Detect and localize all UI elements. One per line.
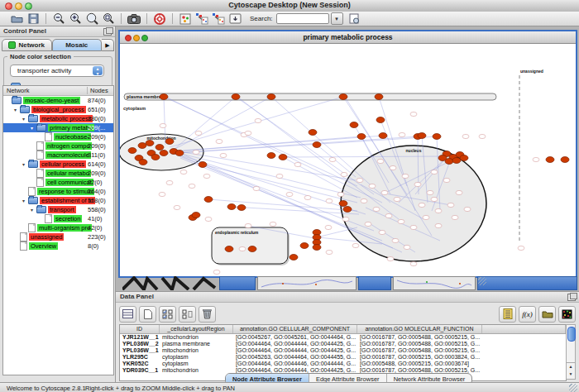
node-unselected[interactable] — [220, 153, 227, 157]
node-unselected[interactable] — [404, 245, 410, 249]
table-cell[interactable]: mitochondrion — [160, 367, 233, 374]
node-unselected[interactable] — [245, 223, 251, 227]
search-dropdown-button[interactable]: ▼ — [331, 12, 343, 25]
table-cell[interactable]: YDR039C__1 — [120, 367, 160, 374]
table-cell[interactable]: mitochondrion — [160, 347, 233, 354]
node-selected[interactable] — [248, 246, 256, 252]
tree-row[interactable]: unassigned223(0) — [3, 232, 113, 241]
node-selected[interactable] — [192, 213, 200, 218]
node-unselected[interactable] — [381, 190, 388, 194]
background-window[interactable] — [358, 276, 391, 290]
node-selected[interactable] — [267, 94, 275, 100]
background-window[interactable] — [393, 276, 476, 290]
import-attributes-button[interactable] — [538, 306, 556, 323]
node-unselected[interactable] — [159, 192, 165, 196]
tree-row[interactable]: macromolecule311(0) — [3, 151, 113, 160]
table-scrollbar[interactable]: ▲▼ — [566, 324, 576, 380]
tree-node-label[interactable]: nitrogen compo — [45, 142, 92, 150]
tree-row[interactable]: nitrogen compo209(0) — [3, 141, 113, 151]
tree-row[interactable]: ▾primary metabo209(... — [3, 123, 113, 132]
layout-button-1[interactable] — [194, 12, 210, 26]
node-unselected[interactable] — [286, 192, 293, 196]
node-unselected[interactable] — [239, 246, 246, 251]
table-cell[interactable]: [GO:0045267, GO:0045261, GO:0044464, G..… — [233, 334, 357, 341]
node-selected[interactable] — [433, 134, 441, 140]
expand-arrow-icon[interactable]: ▾ — [22, 161, 28, 167]
tree-row[interactable]: secretion41(0) — [3, 214, 113, 223]
node-unselected[interactable] — [387, 256, 394, 261]
node-unselected[interactable] — [342, 217, 349, 221]
tree-node-label[interactable]: Overview — [29, 242, 58, 250]
node-selected[interactable] — [204, 197, 213, 203]
node-selected[interactable] — [357, 134, 366, 140]
table-cell[interactable]: cytoplasm — [160, 354, 233, 361]
tree-row[interactable]: Overview8(0) — [3, 241, 113, 251]
matrix-view-button[interactable] — [558, 306, 576, 323]
node-unselected[interactable] — [464, 207, 471, 211]
help-button[interactable] — [151, 12, 168, 26]
save-button[interactable] — [25, 12, 41, 26]
column-header[interactable]: annotation.GO MOLECULAR_FUNCTION — [357, 325, 482, 333]
node-unselected[interactable] — [270, 222, 276, 226]
float-panel-icon[interactable] — [567, 294, 576, 301]
table-row[interactable]: YLR295Ccytoplasm[GO:0045263, GO:0044464,… — [120, 354, 566, 361]
table-cell[interactable]: [GO:0016787, GO:0005488, GO:0005215, G..… — [357, 341, 482, 347]
node-unselected[interactable] — [410, 112, 417, 116]
tree-node-label[interactable]: metabolic process — [40, 115, 93, 122]
node-unselected[interactable] — [341, 172, 347, 176]
node-unselected[interactable] — [356, 178, 363, 182]
node-unselected[interactable] — [369, 184, 376, 188]
table-cell[interactable]: [GO:0045263, GO:0044464, GO:0044455, G..… — [233, 354, 357, 361]
node-selected[interactable] — [313, 245, 321, 251]
background-window[interactable] — [219, 276, 256, 290]
tree-node-label[interactable]: macromolecule — [45, 151, 91, 159]
table-cell[interactable]: [GO:0044464, GO:0044446, GO:0044444, G..… — [233, 361, 357, 367]
column-header[interactable]: annotation.GO CELLULAR_COMPONENT — [233, 325, 357, 333]
node-selected[interactable] — [138, 143, 146, 149]
node-selected[interactable] — [561, 157, 569, 163]
tree-row[interactable]: ▾transport558(0) — [3, 205, 113, 214]
node-unselected[interactable] — [329, 157, 336, 161]
node-unselected[interactable] — [216, 139, 223, 143]
tree-row[interactable]: ▾cellular process614(0) — [3, 160, 113, 169]
table-cell[interactable]: YJR121W__1 — [120, 334, 160, 341]
node-unselected[interactable] — [189, 184, 195, 188]
table-cell[interactable]: YLR295C — [120, 354, 160, 361]
scrollbar-thumb[interactable] — [567, 327, 576, 342]
expand-arrow-icon[interactable]: ▾ — [31, 125, 36, 131]
network-view-frame[interactable]: primary metabolic process plasma membran… — [118, 30, 577, 278]
tree-row[interactable]: cell communicat22(0) — [3, 178, 113, 187]
node-selected[interactable] — [418, 133, 426, 139]
node-selected[interactable] — [279, 155, 287, 160]
table-cell[interactable]: [GO:0044464, GO:0044444, GO:0044425, G..… — [233, 347, 357, 354]
table-cell[interactable]: [GO:0016787, GO:0005488, GO:0005215, G..… — [357, 347, 482, 354]
table-cell[interactable]: mitochondrion — [160, 334, 233, 341]
column-header[interactable]: ID — [120, 325, 160, 333]
node-unselected[interactable] — [427, 190, 433, 194]
tree-node-label[interactable]: unassigned — [29, 233, 64, 241]
snapshot-button[interactable] — [126, 12, 142, 26]
table-cell[interactable]: [GO:0005488, GO:0005215, GO:0003674] — [357, 361, 482, 367]
node-selected[interactable] — [546, 157, 554, 163]
column-header[interactable]: _cellularLayoutRegion — [160, 325, 233, 333]
table-cell[interactable]: [GO:0016787, GO:0005488, GO:0005215, G..… — [357, 334, 482, 341]
node-selected[interactable] — [460, 155, 468, 161]
background-window[interactable] — [257, 276, 356, 290]
node-selected[interactable] — [375, 94, 383, 100]
edge[interactable] — [232, 207, 359, 214]
node-selected[interactable] — [290, 255, 298, 261]
unselect-attributes-button[interactable] — [179, 306, 196, 323]
node-selected[interactable] — [165, 139, 174, 145]
attribute-list-button[interactable] — [499, 306, 516, 323]
node-selected[interactable] — [379, 133, 387, 139]
delete-attribute-button[interactable] — [199, 306, 216, 323]
vizmapper-button[interactable] — [177, 12, 194, 26]
node-unselected[interactable] — [294, 162, 301, 166]
node-selected[interactable] — [309, 130, 317, 136]
tree-node-label[interactable]: secretion — [54, 215, 82, 222]
node-unselected[interactable] — [385, 213, 392, 218]
table-row[interactable]: YPL036W__1mitochondrion[GO:0044464, GO:0… — [120, 347, 566, 354]
table-cell[interactable]: plasma membrane — [160, 341, 233, 347]
table-cell[interactable]: [GO:0044464, GO:0044444, GO:0044425, G..… — [233, 341, 357, 347]
tree-node-label[interactable]: transport — [48, 206, 76, 213]
